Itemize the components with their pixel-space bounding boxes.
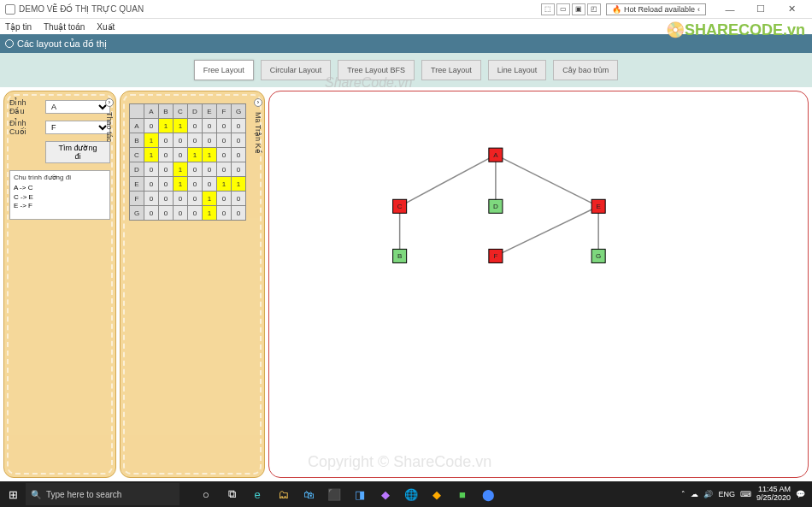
matrix-cell: 0 bbox=[217, 133, 232, 148]
matrix-cell: 0 bbox=[232, 206, 246, 221]
panel-vlabel: Thao tác bbox=[105, 112, 114, 142]
layout-btn-line[interactable]: Line Layout bbox=[488, 60, 547, 80]
end-vertex-select[interactable]: F bbox=[45, 121, 110, 134]
layout-btn-free[interactable]: Free Layout bbox=[194, 60, 254, 80]
matrix-cell: 1 bbox=[174, 119, 188, 133]
path-header: Chu trình đường đi bbox=[14, 174, 106, 182]
matrix-cell: 0 bbox=[174, 192, 188, 206]
matrix-cell: 1 bbox=[203, 192, 217, 206]
window-titlebar: DEMO VẼ ĐỒ THỊ TRỰC QUAN ⬚ ▭ ▣ ◰ 🔥Hot Re… bbox=[0, 0, 812, 19]
app-icon[interactable]: ⬛ bbox=[325, 485, 344, 504]
section-header: Các layout của đồ thị bbox=[0, 34, 812, 53]
matrix-cell: 0 bbox=[159, 206, 174, 221]
graph-node-label: C bbox=[397, 203, 403, 210]
matrix-cell: 0 bbox=[174, 133, 188, 148]
matrix-cell: 0 bbox=[232, 162, 246, 177]
tray-icon[interactable]: 🔊 bbox=[703, 490, 713, 498]
panel-toggle-icon[interactable]: › bbox=[254, 98, 262, 107]
graph-node-label: G bbox=[596, 252, 601, 260]
taskbar-search[interactable]: 🔍 Type here to search bbox=[26, 483, 179, 505]
path-result-box: Chu trình đường đi A -> C C -> E E -> F bbox=[9, 170, 110, 220]
app-icon bbox=[5, 4, 15, 15]
search-icon: 🔍 bbox=[31, 490, 41, 499]
matrix-panel: › Ma Trận Kề ABCDEFGA0110000B1000000C100… bbox=[120, 91, 265, 478]
menubar: Tập tin Thuật toán Xuất bbox=[0, 19, 812, 34]
minimize-button[interactable]: — bbox=[715, 0, 745, 19]
vs-icon[interactable]: ◆ bbox=[376, 485, 395, 504]
matrix-cell: 0 bbox=[217, 119, 232, 133]
matrix-cell: 1 bbox=[188, 148, 203, 162]
tray-keyboard-icon[interactable]: ⌨ bbox=[740, 490, 751, 498]
tool-icon[interactable]: ⬚ bbox=[541, 3, 555, 15]
menu-item-file[interactable]: Tập tin bbox=[5, 22, 32, 32]
matrix-cell: 0 bbox=[144, 119, 159, 133]
app-icon[interactable]: ◆ bbox=[427, 485, 446, 504]
collapse-icon[interactable] bbox=[5, 39, 14, 48]
tray-lang[interactable]: ENG bbox=[718, 490, 735, 498]
tool-icon[interactable]: ▭ bbox=[556, 3, 570, 15]
taskview-icon[interactable]: ⧉ bbox=[222, 485, 241, 504]
graph-edge bbox=[400, 155, 496, 206]
matrix-cell: 1 bbox=[203, 206, 217, 221]
matrix-cell: 0 bbox=[188, 206, 203, 221]
window-title: DEMO VẼ ĐỒ THỊ TRỰC QUAN bbox=[19, 4, 144, 14]
close-button[interactable]: ✕ bbox=[776, 0, 807, 19]
start-vertex-select[interactable]: A bbox=[45, 100, 110, 114]
path-line: A -> C bbox=[14, 184, 106, 192]
graph-node-label: A bbox=[493, 151, 498, 159]
layout-btn-circular[interactable]: Circular Layout bbox=[261, 60, 332, 80]
menu-item-algorithm[interactable]: Thuật toán bbox=[44, 22, 85, 32]
matrix-cell: 0 bbox=[217, 148, 232, 162]
layout-btn-spanning[interactable]: Cây bao trùm bbox=[553, 60, 618, 80]
tool-icon[interactable]: ◰ bbox=[587, 3, 601, 15]
matrix-cell: 1 bbox=[217, 177, 232, 192]
matrix-cell: 1 bbox=[144, 133, 159, 148]
menu-item-export[interactable]: Xuất bbox=[97, 22, 115, 32]
adjacency-matrix: ABCDEFGA0110000B1000000C1001100D0010000E… bbox=[129, 103, 246, 221]
tray-icon[interactable]: ☁ bbox=[691, 490, 698, 498]
store-icon[interactable]: 🛍 bbox=[299, 485, 318, 504]
start-button[interactable]: ⊞ bbox=[0, 488, 26, 501]
matrix-cell: 0 bbox=[203, 162, 217, 177]
section-title: Các layout của đồ thị bbox=[17, 38, 107, 50]
notification-icon[interactable]: 💬 bbox=[796, 490, 805, 498]
find-path-button[interactable]: Tìm đường đi bbox=[45, 141, 110, 163]
layout-btn-tree-bfs[interactable]: Tree Layout BFS bbox=[338, 60, 415, 80]
layout-btn-tree[interactable]: Tree Layout bbox=[421, 60, 481, 80]
cortana-icon[interactable]: ○ bbox=[197, 485, 215, 504]
matrix-cell: 0 bbox=[159, 148, 174, 162]
tool-icon[interactable]: ▣ bbox=[572, 3, 585, 15]
maximize-button[interactable]: ☐ bbox=[745, 0, 776, 19]
matrix-cell: 0 bbox=[174, 206, 188, 221]
layout-button-row: Free Layout Circular Layout Tree Layout … bbox=[0, 53, 812, 87]
matrix-cell: 0 bbox=[144, 206, 159, 221]
matrix-cell: 0 bbox=[174, 148, 188, 162]
matrix-cell: 0 bbox=[188, 192, 203, 206]
system-tray[interactable]: ˄ ☁ 🔊 ENG ⌨ 11:45 AM 9/25/2020 💬 bbox=[674, 486, 812, 503]
debug-toolbar: ⬚ ▭ ▣ ◰ 🔥Hot Reload available‹ bbox=[541, 3, 706, 15]
path-line: E -> F bbox=[14, 202, 106, 210]
graph-canvas[interactable]: ACDEBFG bbox=[268, 91, 809, 478]
panel-toggle-icon[interactable]: › bbox=[105, 98, 114, 107]
app-icon[interactable]: ⬤ bbox=[479, 485, 497, 504]
tray-chevron-icon[interactable]: ˄ bbox=[681, 490, 685, 498]
explorer-icon[interactable]: 🗂 bbox=[274, 485, 292, 504]
hot-reload-badge[interactable]: 🔥Hot Reload available‹ bbox=[606, 3, 706, 15]
matrix-cell: 0 bbox=[232, 148, 246, 162]
matrix-cell: 0 bbox=[144, 192, 159, 206]
matrix-cell: 0 bbox=[188, 162, 203, 177]
graph-edge bbox=[496, 206, 598, 256]
matrix-cell: 0 bbox=[217, 192, 232, 206]
vscode-icon[interactable]: ◨ bbox=[350, 485, 369, 504]
matrix-cell: 1 bbox=[232, 177, 246, 192]
chrome-icon[interactable]: 🌐 bbox=[402, 485, 421, 504]
matrix-cell: 0 bbox=[144, 177, 159, 192]
taskbar-clock[interactable]: 11:45 AM 9/25/2020 bbox=[756, 486, 791, 503]
graph-node-label: E bbox=[596, 203, 600, 210]
app-icon[interactable]: ■ bbox=[453, 485, 472, 504]
matrix-cell: 1 bbox=[174, 162, 188, 177]
graph-node-label: F bbox=[493, 252, 497, 260]
matrix-cell: 0 bbox=[188, 177, 203, 192]
matrix-cell: 1 bbox=[159, 119, 174, 133]
edge-icon[interactable]: e bbox=[248, 485, 267, 504]
